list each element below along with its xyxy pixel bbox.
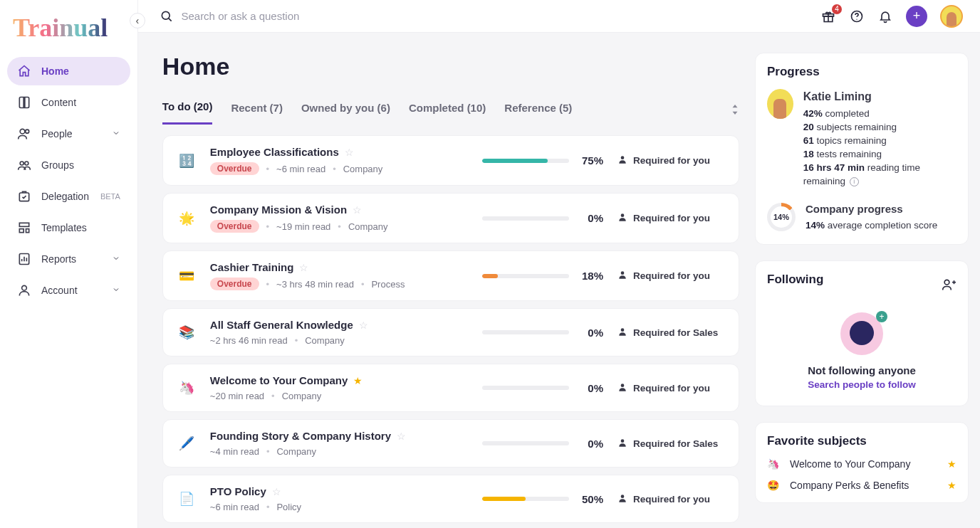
required-label: Required for you xyxy=(617,212,724,224)
chevron-down-icon xyxy=(112,128,120,139)
bell-icon[interactable] xyxy=(877,9,893,24)
tab[interactable]: Completed (10) xyxy=(409,97,486,124)
card-title: Company Mission & Vision xyxy=(210,204,347,216)
subject-emoji-icon: 📄 xyxy=(177,491,196,507)
category: Policy xyxy=(276,502,301,512)
main: 4 + Home To do (20)Recent (7)Owned by yo… xyxy=(138,0,980,528)
star-icon[interactable]: ★ xyxy=(947,480,956,491)
svg-rect-6 xyxy=(19,229,24,233)
collapse-sidebar-button[interactable]: ‹ xyxy=(130,13,145,28)
card-title: Founding Story & Company History xyxy=(210,430,391,442)
category: Company xyxy=(305,335,345,346)
svg-point-9 xyxy=(22,285,27,290)
following-illustration: + xyxy=(840,312,883,355)
card-meta: ~2 hrs 46 min read•Company xyxy=(210,335,468,346)
required-label: Required for Sales xyxy=(617,438,724,450)
sidebar-item-label: Account xyxy=(41,285,78,296)
todo-card[interactable]: 🖊️Founding Story & Company History☆~4 mi… xyxy=(162,419,739,468)
subject-emoji-icon: 📚 xyxy=(177,324,196,340)
search[interactable] xyxy=(155,2,497,31)
svg-rect-5 xyxy=(19,223,28,226)
sort-button[interactable] xyxy=(731,105,748,117)
card-meta: Overdue•~6 min read•Company xyxy=(210,162,468,175)
gift-icon[interactable]: 4 xyxy=(820,9,836,24)
user-avatar[interactable] xyxy=(767,89,793,119)
star-icon[interactable]: ☆ xyxy=(345,147,354,158)
todo-card[interactable]: 💳Cashier Training☆Overdue•~3 hrs 48 min … xyxy=(162,250,739,301)
category: Company xyxy=(343,164,383,174)
favorites-heading: Favorite subjects xyxy=(767,434,956,448)
star-icon[interactable]: ☆ xyxy=(353,204,362,216)
topbar: 4 + xyxy=(138,0,980,33)
company-progress-title: Company progress xyxy=(806,201,937,216)
todo-card[interactable]: 🌟Company Mission & Vision☆Overdue•~19 mi… xyxy=(162,193,739,243)
search-input[interactable] xyxy=(181,10,496,22)
pct-label: 0% xyxy=(576,327,603,339)
subject-emoji-icon: 🦄 xyxy=(177,380,196,396)
star-icon[interactable]: ☆ xyxy=(272,486,281,497)
plus-icon: + xyxy=(913,9,921,23)
sidebar-item-groups[interactable]: Groups xyxy=(7,151,130,179)
todo-card[interactable]: 📚All Staff General Knowledge☆~2 hrs 46 m… xyxy=(162,308,739,357)
svg-point-20 xyxy=(621,328,625,332)
sidebar-item-home[interactable]: Home xyxy=(7,57,130,85)
svg-point-23 xyxy=(621,495,625,498)
help-icon[interactable] xyxy=(849,9,865,24)
person-icon xyxy=(617,154,627,167)
read-time: ~4 min read xyxy=(210,446,259,457)
todo-list: 🔢Employee Classifications☆Overdue•~6 min… xyxy=(162,135,748,528)
tab[interactable]: Reference (5) xyxy=(504,97,572,124)
top-icons: 4 + xyxy=(820,5,963,28)
progress: 0% xyxy=(482,438,603,450)
svg-point-19 xyxy=(621,271,625,275)
required-label: Required for you xyxy=(617,154,724,167)
progress: 75% xyxy=(482,154,603,167)
favorite-item[interactable]: 🤩Company Perks & Benefits★ xyxy=(767,480,956,491)
following-panel: Following + Not following anyone Search … xyxy=(755,260,969,406)
sidebar-item-reports[interactable]: Reports xyxy=(7,245,130,273)
star-icon[interactable]: ★ xyxy=(353,375,363,386)
star-icon[interactable]: ★ xyxy=(947,458,956,470)
home-icon xyxy=(17,64,31,78)
todo-card[interactable]: 🦄Welcome to Your Company★~20 min read•Co… xyxy=(162,364,739,412)
category: Company xyxy=(348,221,388,232)
tab[interactable]: To do (20) xyxy=(162,96,213,125)
sidebar-item-label: Reports xyxy=(41,253,76,265)
following-heading: Following xyxy=(767,273,823,287)
sidebar-item-delegation[interactable]: DelegationBETA xyxy=(7,182,130,211)
progress-heading: Progress xyxy=(767,65,956,79)
read-time: ~6 min read xyxy=(210,502,259,512)
card-meta: ~6 min read•Policy xyxy=(210,502,468,512)
star-icon[interactable]: ☆ xyxy=(397,431,406,442)
favorites-panel: Favorite subjects 🦄Welcome to Your Compa… xyxy=(755,422,969,503)
star-icon[interactable]: ☆ xyxy=(359,320,368,331)
svg-point-25 xyxy=(944,280,949,285)
todo-card[interactable]: 📄PTO Policy☆~6 min read•Policy50%Require… xyxy=(162,475,739,523)
add-follow-icon[interactable] xyxy=(941,277,956,292)
star-icon[interactable]: ☆ xyxy=(299,262,308,273)
avatar[interactable] xyxy=(940,5,963,28)
favorite-item[interactable]: 🦄Welcome to Your Company★ xyxy=(767,458,956,470)
tab[interactable]: Owned by you (6) xyxy=(301,97,390,124)
read-time: ~6 min read xyxy=(276,164,325,174)
todo-card[interactable]: 🔢Employee Classifications☆Overdue•~6 min… xyxy=(162,135,739,186)
tab[interactable]: Recent (7) xyxy=(231,97,283,124)
company-progress-ring: 14% xyxy=(767,203,796,231)
sidebar-item-templates[interactable]: Templates xyxy=(7,213,130,242)
following-cta[interactable]: Search people to follow xyxy=(767,379,956,390)
required-label: Required for you xyxy=(617,382,724,394)
favorite-emoji-icon: 🤩 xyxy=(767,480,780,491)
svg-point-21 xyxy=(621,384,625,387)
logo[interactable]: Trainual xyxy=(0,0,137,57)
required-label: Required for Sales xyxy=(617,327,724,339)
subject-emoji-icon: 💳 xyxy=(177,268,196,284)
info-icon[interactable]: i xyxy=(850,177,859,186)
sidebar-item-account[interactable]: Account xyxy=(7,276,130,305)
sidebar-item-people[interactable]: People xyxy=(7,120,130,148)
category: Company xyxy=(282,391,322,401)
person-icon xyxy=(617,270,627,282)
create-button[interactable]: + xyxy=(906,6,927,27)
sidebar-item-content[interactable]: Content xyxy=(7,88,130,117)
gift-badge: 4 xyxy=(832,4,842,14)
chevron-down-icon xyxy=(112,285,120,296)
